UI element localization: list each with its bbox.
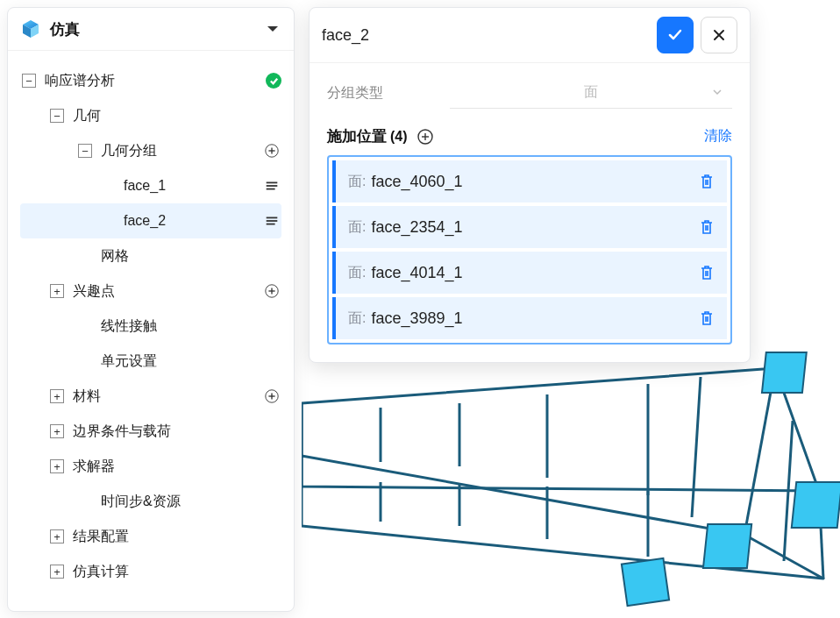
delete-icon[interactable] [697, 309, 716, 328]
group-type-label: 分组类型 [327, 84, 450, 103]
list-icon[interactable] [262, 211, 281, 231]
tree-toggle-plus[interactable]: + [50, 565, 64, 579]
tree-label: face_1 [124, 178, 257, 194]
tree-node-face2[interactable]: face_2 [20, 203, 281, 238]
group-type-value: 面 [584, 83, 598, 102]
tree-label: 时间步&资源 [101, 493, 281, 511]
tree-spacer [78, 249, 92, 263]
tree-title: 仿真 [50, 19, 80, 39]
tree-toggle-minus[interactable]: − [22, 74, 36, 88]
face-type-label: 面: [348, 264, 366, 282]
tree-node-results[interactable]: + 结果配置 [20, 519, 281, 554]
tree-toggle-plus[interactable]: + [50, 529, 64, 543]
face-list-item[interactable]: 面: face_4060_1 [332, 160, 727, 202]
tree-node-material[interactable]: + 材料 [20, 379, 281, 414]
close-button[interactable] [701, 17, 737, 53]
tree-label: 边界条件与载荷 [73, 423, 281, 441]
tree-label: 响应谱分析 [45, 72, 266, 90]
face-type-label: 面: [348, 218, 366, 237]
delete-icon[interactable] [697, 217, 716, 237]
apply-label: 施加位置 [327, 126, 387, 146]
face-list-item[interactable]: 面: face_4014_1 [332, 252, 727, 294]
add-icon[interactable] [262, 141, 281, 160]
tree-label: 线性接触 [101, 317, 281, 336]
face-type-label: 面: [348, 173, 366, 191]
tree-node-geometry[interactable]: − 几何 [20, 98, 281, 133]
svg-rect-29 [792, 482, 840, 528]
apply-count: (4) [390, 129, 408, 145]
group-type-row: 分组类型 面 [327, 77, 732, 109]
group-type-select[interactable]: 面 [450, 77, 732, 109]
tree-node-face1[interactable]: face_1 [20, 168, 281, 203]
tree-node-boundary-load[interactable]: + 边界条件与载荷 [20, 414, 281, 449]
tree-toggle-plus[interactable]: + [50, 459, 64, 473]
list-icon[interactable] [262, 176, 281, 195]
collapse-panel-icon[interactable] [264, 20, 281, 38]
property-panel-header: face_2 [310, 8, 750, 63]
face-name: face_2354_1 [371, 218, 697, 237]
tree-panel-header: 仿真 [8, 8, 294, 51]
property-panel: face_2 分组类型 面 施加位置 (4) 清除 [309, 7, 751, 363]
tree-spacer [78, 494, 92, 508]
face-type-label: 面: [348, 309, 366, 328]
tree-label: 单元设置 [101, 352, 281, 371]
face-name: face_4014_1 [371, 264, 697, 282]
chevron-down-icon [711, 86, 725, 100]
apply-position-header: 施加位置 (4) 清除 [327, 126, 732, 146]
tree-node-root[interactable]: − 响应谱分析 [20, 63, 281, 98]
tree-toggle-plus[interactable]: + [50, 284, 64, 298]
tree-node-solver[interactable]: + 求解器 [20, 449, 281, 484]
tree-node-geometry-group[interactable]: − 几何分组 [20, 133, 281, 168]
tree-label: 几何分组 [101, 142, 257, 160]
tree-toggle-plus[interactable]: + [50, 389, 64, 403]
tree-label: 仿真计算 [73, 563, 281, 581]
property-title: face_2 [322, 26, 650, 45]
face-name: face_3989_1 [371, 309, 697, 328]
svg-rect-30 [703, 524, 751, 568]
tree-label: face_2 [124, 213, 257, 229]
tree-label: 材料 [73, 387, 257, 406]
tree-node-poi[interactable]: + 兴趣点 [20, 273, 281, 309]
svg-line-27 [784, 421, 793, 561]
add-icon[interactable] [262, 387, 281, 406]
tree-node-element-settings[interactable]: 单元设置 [20, 344, 281, 379]
tree-node-linear-contact[interactable]: 线性接触 [20, 309, 281, 344]
tree-spacer [78, 354, 92, 368]
face-list-item[interactable]: 面: face_3989_1 [332, 297, 727, 339]
svg-rect-31 [622, 558, 669, 606]
status-ok-icon [266, 73, 281, 89]
face-list-item[interactable]: 面: face_2354_1 [332, 206, 727, 248]
tree-node-timestep[interactable]: 时间步&资源 [20, 484, 281, 519]
tree-toggle-minus[interactable]: − [78, 144, 92, 158]
tree-label: 结果配置 [73, 528, 281, 546]
tree-node-simulation-run[interactable]: + 仿真计算 [20, 554, 281, 589]
tree-node-mesh[interactable]: 网格 [20, 238, 281, 273]
face-name: face_4060_1 [371, 173, 697, 191]
delete-icon[interactable] [697, 172, 716, 191]
svg-rect-28 [762, 352, 807, 393]
add-position-button[interactable] [416, 128, 434, 146]
simulation-tree: − 响应谱分析 − 几何 − 几何分组 face_1 face_2 [8, 51, 294, 611]
add-icon[interactable] [262, 281, 281, 301]
clear-link[interactable]: 清除 [704, 127, 732, 146]
cube-icon [20, 18, 41, 39]
face-list: 面: face_4060_1 面: face_2354_1 面: face_40… [327, 155, 732, 345]
viewport-3d[interactable] [302, 351, 840, 618]
tree-label: 几何 [73, 107, 281, 125]
confirm-button[interactable] [657, 17, 694, 53]
tree-label: 网格 [101, 247, 281, 266]
property-form: 分组类型 面 施加位置 (4) 清除 面: face_4060_1 [310, 63, 750, 362]
delete-icon[interactable] [697, 263, 716, 282]
svg-line-26 [692, 377, 701, 517]
tree-spacer [78, 319, 92, 333]
simulation-tree-panel: 仿真 − 响应谱分析 − 几何 − 几何分组 face_1 [7, 7, 295, 612]
tree-label: 求解器 [73, 458, 281, 476]
tree-toggle-minus[interactable]: − [50, 109, 64, 123]
tree-toggle-plus[interactable]: + [50, 424, 64, 438]
tree-label: 兴趣点 [73, 282, 257, 301]
